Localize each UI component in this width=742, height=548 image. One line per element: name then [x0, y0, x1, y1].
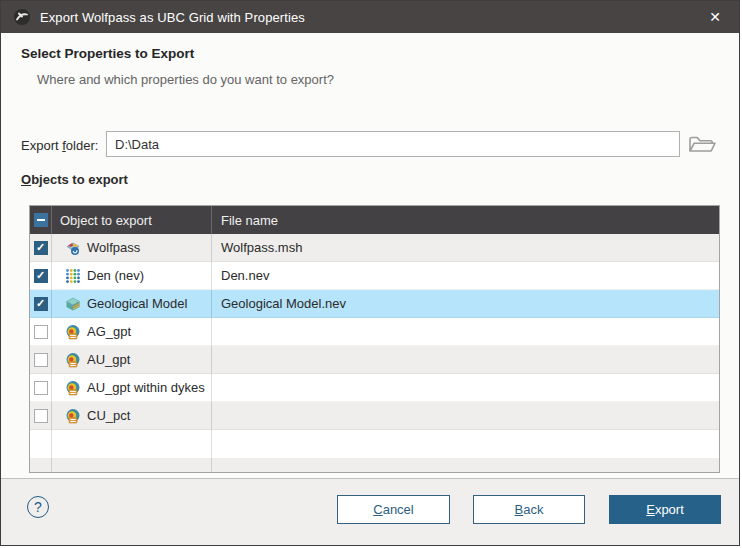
row-checkbox[interactable]: [34, 381, 48, 395]
row-checkbox[interactable]: ✓: [34, 241, 48, 255]
table-row[interactable]: CU_pct: [30, 402, 719, 430]
back-button[interactable]: Back: [473, 495, 585, 524]
points-icon: [65, 268, 81, 284]
check-icon: ✓: [36, 298, 45, 309]
table-row[interactable]: ✓Den (nev)Den.nev: [30, 262, 719, 290]
empty-row: [30, 458, 719, 472]
browse-folder-button[interactable]: [686, 133, 718, 157]
objects-to-export-label: Objects to export: [21, 172, 128, 187]
page-title: Select Properties to Export: [21, 46, 194, 61]
table-row[interactable]: AU_gpt: [30, 346, 719, 374]
mesh-icon: [65, 240, 81, 256]
page-subtitle: Where and which properties do you want t…: [37, 72, 334, 87]
table-header: Object to export File name: [30, 206, 719, 234]
indeterminate-icon: [37, 219, 45, 221]
folder-icon: [687, 134, 717, 156]
interpolant-icon: [65, 408, 81, 424]
row-checkbox[interactable]: ✓: [34, 297, 48, 311]
column-header-object[interactable]: Object to export: [52, 206, 212, 234]
empty-row: [30, 430, 719, 458]
interpolant-icon: [65, 324, 81, 340]
row-checkbox[interactable]: [34, 325, 48, 339]
file-name: [212, 374, 719, 402]
export-dialog: Export Wolfpass as UBC Grid with Propert…: [0, 0, 740, 546]
dialog-content: Select Properties to Export Where and wh…: [1, 33, 739, 478]
check-icon: ✓: [36, 242, 45, 253]
help-button[interactable]: ?: [27, 496, 49, 518]
row-checkbox[interactable]: ✓: [34, 269, 48, 283]
export-button[interactable]: Export: [609, 495, 721, 524]
check-icon: ✓: [36, 270, 45, 281]
table-row[interactable]: AU_gpt within dykes: [30, 374, 719, 402]
window-title: Export Wolfpass as UBC Grid with Propert…: [40, 10, 305, 25]
object-name: AG_gpt: [87, 324, 131, 339]
file-name: Den.nev: [212, 262, 719, 290]
file-name: Geological Model.nev: [212, 290, 719, 318]
file-name: [212, 318, 719, 346]
object-name: Wolfpass: [87, 240, 140, 255]
help-icon: ?: [34, 499, 42, 515]
table-row[interactable]: AG_gpt: [30, 318, 719, 346]
column-header-file[interactable]: File name: [212, 206, 719, 234]
select-all-checkbox[interactable]: [34, 213, 48, 227]
table-row[interactable]: ✓WolfpassWolfpass.msh: [30, 234, 719, 262]
objects-table: Object to export File name ✓WolfpassWolf…: [29, 205, 720, 473]
export-folder-label: Export folder:: [21, 138, 98, 153]
object-name: AU_gpt within dykes: [87, 380, 205, 395]
row-checkbox[interactable]: [34, 409, 48, 423]
table-row[interactable]: ✓Geological ModelGeological Model.nev: [30, 290, 719, 318]
interpolant-icon: [65, 380, 81, 396]
footer-bar: ? Cancel Back Export: [1, 478, 739, 545]
geological-model-icon: [65, 296, 81, 312]
file-name: [212, 346, 719, 374]
export-folder-input[interactable]: [106, 131, 680, 157]
cancel-button[interactable]: Cancel: [337, 495, 450, 524]
close-icon: ✕: [709, 9, 721, 25]
object-name: Geological Model: [87, 296, 187, 311]
close-button[interactable]: ✕: [701, 3, 729, 31]
interpolant-icon: [65, 352, 81, 368]
row-checkbox[interactable]: [34, 353, 48, 367]
title-bar: Export Wolfpass as UBC Grid with Propert…: [1, 1, 739, 33]
file-name: Wolfpass.msh: [212, 234, 719, 262]
object-name: CU_pct: [87, 408, 130, 423]
object-name: Den (nev): [87, 268, 144, 283]
file-name: [212, 402, 719, 430]
object-name: AU_gpt: [87, 352, 130, 367]
app-icon: [13, 8, 31, 26]
